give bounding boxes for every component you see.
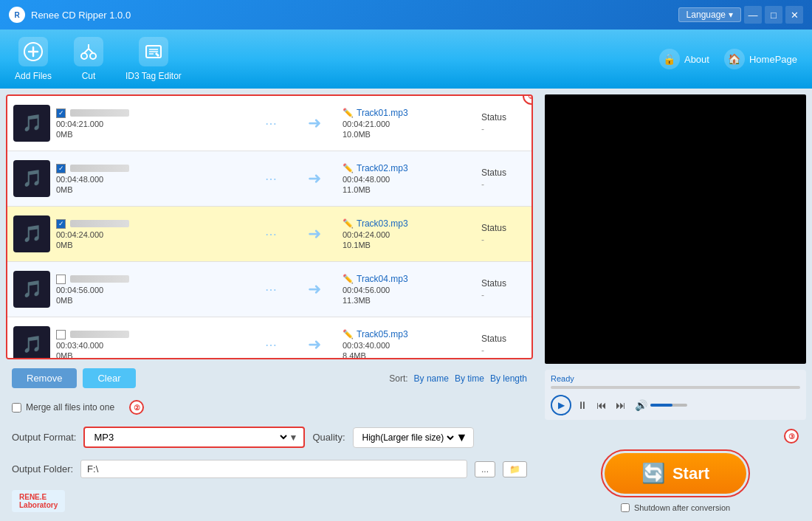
output-format-select-wrapper[interactable]: MP3 ▼ — [83, 427, 305, 448]
track-checkbox[interactable] — [56, 275, 66, 284]
edit-icon: ✏️ — [343, 163, 354, 173]
shutdown-checkbox[interactable] — [621, 503, 630, 512]
sort-by-time[interactable]: By time — [455, 373, 484, 384]
volume-fill — [650, 404, 672, 407]
track-out-size: 8.4MB — [343, 351, 475, 358]
file-info: 00:04:56.000 0MB — [56, 275, 251, 305]
add-files-icon — [18, 37, 48, 66]
track-out-time: 00:03:40.000 — [343, 341, 475, 350]
quality-select[interactable]: High(Larger file size) — [359, 432, 456, 444]
track-out-size: 10.0MB — [343, 130, 475, 139]
play-button[interactable]: ▶ — [551, 395, 571, 415]
track-out-time: 00:04:21.000 — [343, 120, 475, 128]
homepage-button[interactable]: 🏠 HomePage — [724, 49, 797, 69]
brand-name: RENE.E — [19, 493, 47, 501]
app-logo: R — [9, 7, 25, 23]
cut-button[interactable]: Cut — [74, 37, 103, 81]
badge-3: ③ — [784, 429, 799, 444]
sort-by-length[interactable]: By length — [490, 373, 527, 384]
prev-button[interactable]: ⏮ — [593, 397, 610, 413]
player-controls: Ready ▶ ⏸ ⏮ ⏭ 🔊 — [545, 370, 806, 420]
about-label: About — [684, 54, 709, 65]
player-status: Ready — [551, 374, 800, 383]
convert-arrow-icon: ➜ — [308, 224, 321, 244]
volume-slider[interactable] — [650, 404, 687, 407]
table-row[interactable]: 🎵 00:04:56.000 0MB ⋯ ➜ ✏️ Track04.mp3 00… — [7, 262, 531, 317]
track-out-size: 11.3MB — [343, 296, 475, 305]
table-row[interactable]: 🎵 00:04:24.000 0MB ⋯ ➜ ✏️ Track03.mp3 00… — [7, 207, 531, 262]
minimize-button[interactable]: — — [744, 6, 762, 24]
edit-icon: ✏️ — [343, 329, 354, 339]
track-src-time: 00:04:24.000 — [56, 230, 251, 239]
add-files-button[interactable]: Add Files — [15, 37, 52, 81]
format-dropdown-arrow-icon: ▼ — [289, 432, 298, 443]
language-button[interactable]: Language ▾ — [678, 7, 741, 22]
file-output: ✏️ Track05.mp3 00:03:40.000 8.4MB — [343, 329, 475, 358]
track-checkbox[interactable] — [56, 108, 66, 118]
quality-select-wrapper[interactable]: High(Larger file size) ▼ — [353, 427, 475, 448]
title-bar: R Renee CD Ripper 1.0.0 Language ▾ — □ ✕ — [0, 0, 812, 30]
homepage-icon: 🏠 — [724, 49, 745, 69]
start-button[interactable]: 🔄 Start — [605, 453, 746, 494]
track-checkbox[interactable] — [56, 164, 66, 173]
clear-button[interactable]: Clear — [83, 368, 135, 388]
merge-checkbox[interactable] — [12, 403, 21, 413]
track-out-name: Track05.mp3 — [357, 329, 408, 339]
status-label: Status — [481, 112, 506, 123]
video-area — [545, 94, 806, 364]
track-source-name — [70, 165, 129, 172]
output-format-select[interactable]: MP3 — [91, 431, 289, 444]
track-checkbox[interactable] — [56, 219, 66, 229]
id3-tag-editor-button[interactable]: ID3 Tag Editor — [125, 37, 182, 81]
maximize-button[interactable]: □ — [765, 6, 782, 24]
next-button[interactable]: ⏭ — [613, 397, 629, 413]
player-progress-bar[interactable] — [551, 386, 800, 389]
toolbar-right: 🔒 About 🏠 HomePage — [659, 49, 797, 69]
folder-row: Output Folder: ... 📁 — [6, 457, 533, 481]
track-out-time: 00:04:24.000 — [343, 230, 475, 239]
start-refresh-icon: 🔄 — [641, 462, 665, 485]
track-src-time: 00:03:40.000 — [56, 341, 251, 350]
remove-button[interactable]: Remove — [12, 368, 77, 388]
start-button-wrapper[interactable]: 🔄 Start — [601, 449, 750, 497]
file-output: ✏️ Track03.mp3 00:04:24.000 10.1MB — [343, 218, 475, 249]
status-label: Status — [481, 223, 506, 233]
quality-dropdown-arrow-icon: ▼ — [456, 431, 468, 444]
more-options-button[interactable]: ... — [475, 461, 495, 477]
track-checkbox[interactable] — [56, 330, 66, 339]
table-row[interactable]: 🎵 00:03:40.000 0MB ⋯ ➜ ✏️ Track05.mp3 00… — [7, 317, 531, 358]
sort-by-name[interactable]: By name — [414, 373, 449, 384]
dots-separator-icon: ⋯ — [265, 172, 278, 186]
pause-button[interactable]: ⏸ — [574, 397, 591, 413]
status-value: - — [481, 235, 484, 245]
cut-label: Cut — [82, 71, 96, 81]
cut-icon — [74, 37, 103, 66]
about-button[interactable]: 🔒 About — [659, 49, 709, 69]
status-label: Status — [481, 334, 506, 344]
bottom-controls: Remove Clear Sort: By name By time By le… — [6, 365, 533, 391]
file-list[interactable]: 🎵 00:04:21.000 0MB ⋯ ➜ ✏️ Track01.mp3 00… — [7, 96, 531, 358]
file-output: ✏️ Track02.mp3 00:04:48.000 11.0MB — [343, 163, 475, 194]
shutdown-label: Shutdown after conversion — [634, 503, 730, 512]
left-panel: ① 🎵 00:04:21.000 0MB ⋯ ➜ ✏️ Track01.mp3 — [0, 89, 539, 521]
dropdown-arrow-icon: ▾ — [729, 10, 733, 20]
open-folder-button[interactable]: 📁 — [503, 461, 527, 477]
merge-check-label[interactable]: Merge all files into one — [12, 402, 114, 413]
quality-label: Quality: — [312, 432, 345, 443]
output-folder-path[interactable] — [80, 460, 467, 478]
branding-row: RENE.E Laboratory — [6, 487, 533, 515]
table-row[interactable]: 🎵 00:04:48.000 0MB ⋯ ➜ ✏️ Track02.mp3 00… — [7, 151, 531, 207]
status-value: - — [481, 290, 484, 300]
track-src-time: 00:04:48.000 — [56, 175, 251, 184]
status-label: Status — [481, 278, 506, 289]
track-src-time: 00:04:56.000 — [56, 286, 251, 294]
sort-area: Sort: By name By time By length — [389, 373, 527, 384]
convert-arrow-icon: ➜ — [308, 169, 321, 188]
folder-icon: 📁 — [509, 464, 520, 475]
start-area: ③ 🔄 Start Shutdown after conversion — [545, 426, 806, 515]
output-folder-label: Output Folder: — [12, 463, 73, 475]
table-row[interactable]: 🎵 00:04:21.000 0MB ⋯ ➜ ✏️ Track01.mp3 00… — [7, 96, 531, 151]
track-out-time: 00:04:56.000 — [343, 286, 475, 294]
close-button[interactable]: ✕ — [785, 6, 803, 24]
shutdown-check[interactable]: Shutdown after conversion — [621, 503, 730, 512]
